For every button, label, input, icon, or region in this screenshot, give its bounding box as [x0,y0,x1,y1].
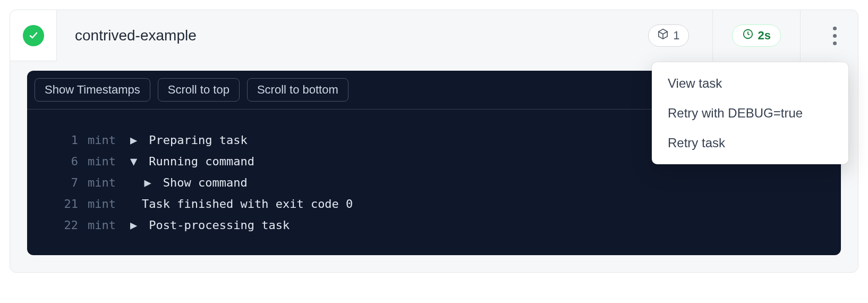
duration-pill: 2s [732,24,781,47]
caret-right-icon[interactable]: ▶ [130,215,142,236]
line-number: 6 [35,151,88,172]
menu-item-retry-task[interactable]: Retry task [652,128,848,158]
more-menu-dropdown: View task Retry with DEBUG=true Retry ta… [652,62,848,164]
clock-icon [742,28,754,43]
menu-item-view-task[interactable]: View task [652,69,848,98]
log-row: 21mintTask finished with exit code 0 [35,193,833,215]
duration-text: 2s [758,29,771,43]
kebab-dot-icon [833,41,837,45]
task-header: contrived-example 1 2s [10,10,858,61]
more-menu-button[interactable] [833,27,837,45]
line-number: 7 [35,172,88,193]
log-message: Post-processing task [142,215,290,236]
kebab-dot-icon [833,27,837,30]
log-tag: mint [88,151,130,172]
line-number: 22 [35,215,88,236]
line-number: 21 [35,193,88,215]
menu-item-retry-debug[interactable]: Retry with DEBUG=true [652,98,848,128]
status-success-icon [23,25,44,46]
task-title: contrived-example [75,27,648,44]
task-panel: contrived-example 1 2s [10,10,858,273]
log-message: Running command [142,151,254,172]
caret-down-icon[interactable]: ▼ [130,151,142,172]
more-menu-cell [811,10,858,61]
line-number: 1 [35,130,88,151]
log-tag: mint [88,215,130,236]
package-count: 1 [673,29,679,43]
status-box [10,10,57,61]
caret-right-icon[interactable]: ▶ [130,130,142,151]
show-timestamps-button[interactable]: Show Timestamps [35,78,150,102]
caret-right-icon[interactable]: ▶ [144,172,156,193]
log-tag: mint [88,130,130,151]
duration-cell: 2s [712,10,801,61]
package-count-pill[interactable]: 1 [648,24,688,47]
caret-none [130,193,142,215]
log-message: Task finished with exit code 0 [142,193,353,215]
log-row[interactable]: 22mint▶ Post-processing task [35,215,833,236]
scroll-to-top-button[interactable]: Scroll to top [158,78,240,102]
log-tag: mint [88,193,130,215]
task-meta: 1 2s [648,10,858,61]
package-icon [657,28,669,43]
log-message: Preparing task [142,130,248,151]
log-row[interactable]: 7mint ▶ Show command [35,172,833,193]
log-message: Show command [156,172,248,193]
log-tag: mint [88,172,130,193]
scroll-to-bottom-button[interactable]: Scroll to bottom [247,78,348,102]
kebab-dot-icon [833,34,837,38]
